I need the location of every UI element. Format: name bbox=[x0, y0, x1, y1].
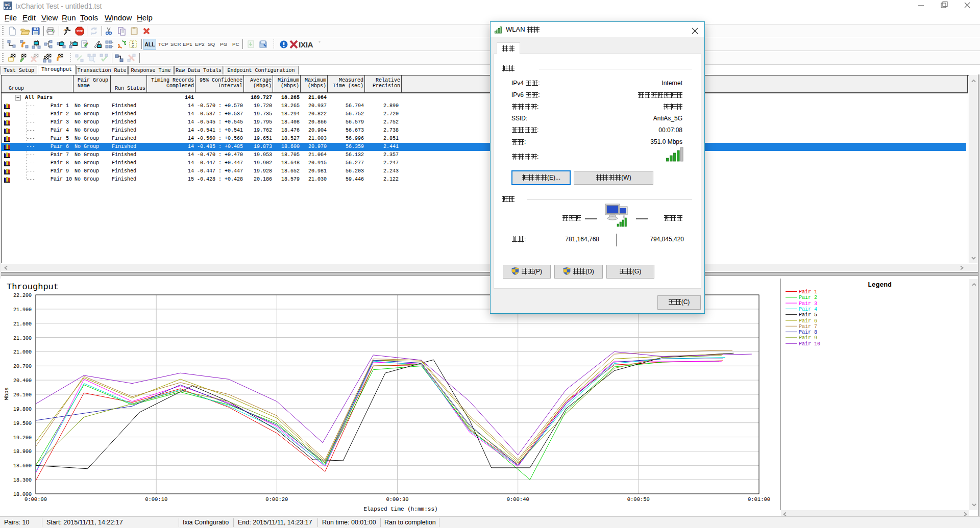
svg-text:Pair 5: Pair 5 bbox=[799, 312, 817, 318]
svg-text:Pair 10: Pair 10 bbox=[799, 341, 820, 347]
svg-text:Elapsed time (h:mm:ss): Elapsed time (h:mm:ss) bbox=[363, 506, 437, 512]
svg-text:20.700: 20.700 bbox=[13, 364, 32, 369]
svg-text:STOP: STOP bbox=[77, 30, 83, 33]
svg-text:0:00:10: 0:00:10 bbox=[145, 496, 167, 502]
svg-text:22.200: 22.200 bbox=[13, 293, 32, 298]
svg-text:Pair 1: Pair 1 bbox=[799, 289, 817, 295]
svg-text:Legend: Legend bbox=[868, 281, 892, 289]
svg-text:Pair 9: Pair 9 bbox=[799, 335, 817, 341]
svg-text:20.400: 20.400 bbox=[13, 378, 32, 384]
svg-text:19.500: 19.500 bbox=[13, 421, 32, 426]
svg-text:0:00:50: 0:00:50 bbox=[627, 496, 650, 502]
svg-text:IXIA: IXIA bbox=[299, 40, 313, 49]
svg-text:Pair 2: Pair 2 bbox=[799, 295, 817, 300]
svg-text:Pair 8: Pair 8 bbox=[799, 330, 817, 335]
svg-text:21.300: 21.300 bbox=[13, 336, 32, 341]
svg-text:19.200: 19.200 bbox=[13, 435, 32, 441]
svg-text:20.100: 20.100 bbox=[13, 392, 32, 398]
svg-text:0:00:30: 0:00:30 bbox=[386, 496, 408, 502]
svg-text:21.900: 21.900 bbox=[13, 307, 32, 313]
svg-text:21.000: 21.000 bbox=[13, 349, 32, 355]
svg-text:2: 2 bbox=[132, 44, 134, 48]
svg-text:Mbps: Mbps bbox=[4, 387, 10, 400]
svg-text:0:01:00: 0:01:00 bbox=[748, 496, 770, 502]
svg-text:18.300: 18.300 bbox=[13, 477, 32, 483]
svg-text:19.800: 19.800 bbox=[13, 407, 32, 412]
svg-text:0:00:20: 0:00:20 bbox=[265, 496, 288, 502]
svg-text:21.600: 21.600 bbox=[13, 321, 32, 327]
svg-text:Pair 3: Pair 3 bbox=[799, 301, 817, 307]
svg-text:0:00:40: 0:00:40 bbox=[507, 496, 529, 502]
svg-text:18.600: 18.600 bbox=[13, 463, 32, 469]
svg-text:Pair 4: Pair 4 bbox=[799, 307, 817, 312]
svg-text:Pair 7: Pair 7 bbox=[799, 324, 817, 330]
svg-text:Throughput: Throughput bbox=[7, 282, 59, 292]
svg-text:18.900: 18.900 bbox=[13, 449, 32, 455]
svg-text:Pair 6: Pair 6 bbox=[799, 318, 817, 324]
svg-text:IxC: IxC bbox=[5, 3, 10, 7]
svg-text:0:00:00: 0:00:00 bbox=[24, 496, 47, 502]
